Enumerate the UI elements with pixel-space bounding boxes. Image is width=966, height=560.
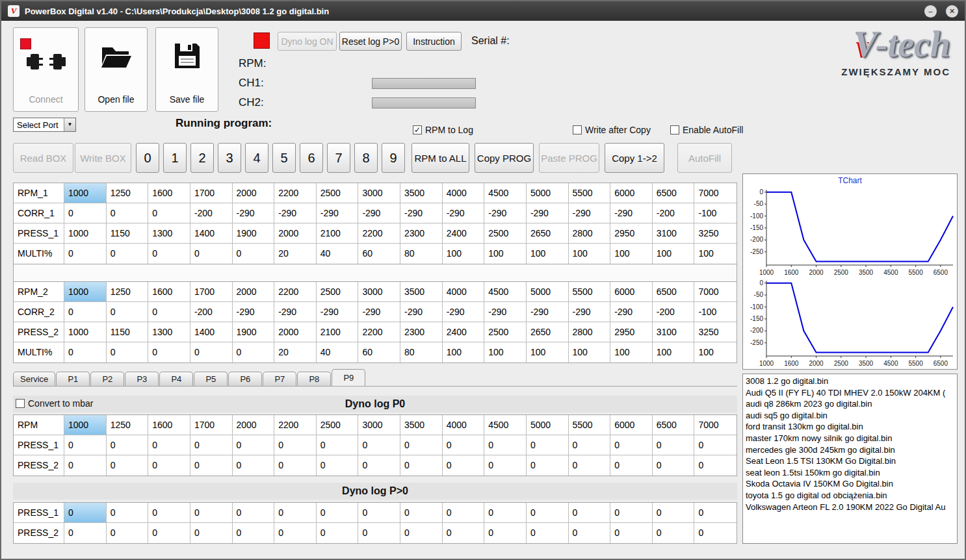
table-cell[interactable]: 0: [443, 503, 485, 523]
table-cell[interactable]: 0: [148, 455, 190, 476]
table-cell[interactable]: 1000: [64, 183, 107, 203]
table-cell[interactable]: 3000: [358, 183, 400, 203]
table-cell[interactable]: 5000: [527, 183, 569, 203]
table-cell[interactable]: 2500: [317, 282, 359, 302]
table-cell[interactable]: 60: [358, 342, 400, 363]
table-cell[interactable]: 80: [400, 342, 443, 363]
table-cell[interactable]: 0: [443, 455, 485, 476]
table-cell[interactable]: -100: [694, 203, 737, 223]
table-cell[interactable]: 100: [527, 244, 569, 264]
table-cell[interactable]: 0: [317, 523, 359, 543]
table-cell[interactable]: 2650: [527, 322, 569, 342]
table-cell[interactable]: 2500: [317, 415, 359, 435]
table-cell[interactable]: 0: [694, 455, 737, 476]
minimize-button[interactable]: –: [924, 5, 937, 18]
table-cell[interactable]: 0: [317, 435, 359, 455]
table-cell[interactable]: -290: [527, 302, 569, 322]
table-cell[interactable]: 0: [610, 503, 653, 523]
table-cell[interactable]: 7000: [694, 183, 737, 203]
table-cell[interactable]: 100: [527, 342, 569, 363]
digit-button-8[interactable]: 8: [354, 143, 378, 173]
digit-button-7[interactable]: 7: [327, 143, 350, 173]
table-cell[interactable]: 1600: [148, 282, 190, 302]
table-cell[interactable]: 0: [400, 455, 443, 476]
table-cell[interactable]: 0: [148, 523, 190, 543]
file-list-item[interactable]: mercedes gle 300d 245km go digital.bin: [743, 444, 957, 456]
table-cell[interactable]: 0: [484, 455, 527, 476]
file-list-item[interactable]: audi q8 286km 2023 go digital.bin: [743, 398, 957, 410]
file-list-item[interactable]: audi sq5 go digital.bin: [743, 410, 957, 422]
convert-to-mbar-checkbox[interactable]: Convert to mbar: [16, 398, 93, 409]
table-cell[interactable]: 100: [443, 342, 485, 363]
table-cell[interactable]: 5500: [569, 282, 611, 302]
tab-p6[interactable]: P6: [228, 372, 262, 386]
table-cell[interactable]: 4000: [443, 282, 485, 302]
table-cell[interactable]: 0: [527, 523, 569, 543]
table-cell[interactable]: 0: [569, 435, 611, 455]
file-list-item[interactable]: 3008 1.2 go digital.bin: [743, 375, 957, 387]
table-cell[interactable]: 5000: [527, 415, 569, 435]
table-cell[interactable]: 6000: [610, 282, 653, 302]
table-cell[interactable]: 0: [527, 455, 569, 476]
table-cell[interactable]: 2100: [317, 223, 359, 244]
table-cell[interactable]: 40: [317, 244, 359, 264]
table-cell[interactable]: -290: [400, 302, 443, 322]
table-cell[interactable]: 0: [694, 503, 737, 523]
table-cell[interactable]: -290: [443, 302, 485, 322]
select-port-dropdown[interactable]: Select Port ▼: [13, 118, 76, 132]
table-cell[interactable]: 1250: [107, 415, 149, 435]
reset-log-button[interactable]: Reset log P>0: [339, 32, 402, 51]
table-cell[interactable]: 2500: [317, 183, 359, 203]
table-cell[interactable]: 100: [694, 342, 737, 363]
table-cell[interactable]: 2800: [569, 223, 611, 244]
table-cell[interactable]: 0: [527, 503, 569, 523]
enable-autofill-checkbox[interactable]: Enable AutoFill: [670, 125, 743, 135]
table-cell[interactable]: 0: [64, 203, 107, 223]
table-cell[interactable]: 0: [107, 523, 149, 543]
table-cell[interactable]: 0: [694, 523, 737, 543]
table-cell[interactable]: 4000: [443, 183, 485, 203]
tab-p5[interactable]: P5: [194, 372, 228, 386]
rpm-to-all-button[interactable]: RPM to ALL: [411, 143, 469, 173]
table-cell[interactable]: 0: [64, 523, 107, 543]
table-cell[interactable]: 100: [694, 244, 737, 264]
table-cell[interactable]: 0: [274, 435, 317, 455]
table-cell[interactable]: 0: [653, 455, 695, 476]
table-cell[interactable]: 1250: [107, 183, 149, 203]
table-cell[interactable]: 0: [107, 342, 149, 363]
table-cell[interactable]: 0: [190, 455, 233, 476]
table-cell[interactable]: 60: [358, 244, 400, 264]
table-cell[interactable]: 0: [610, 455, 653, 476]
table-cell[interactable]: 40: [317, 342, 359, 363]
table-cell[interactable]: 0: [610, 435, 653, 455]
table-cell[interactable]: 6500: [653, 282, 695, 302]
table-cell[interactable]: 2200: [358, 322, 400, 342]
table-cell[interactable]: -290: [610, 203, 653, 223]
close-button[interactable]: ✕: [946, 5, 958, 18]
table-cell[interactable]: 100: [484, 342, 527, 363]
table-cell[interactable]: 0: [64, 342, 107, 363]
table-cell[interactable]: 0: [400, 523, 443, 543]
table-cell[interactable]: 0: [190, 503, 233, 523]
open-file-button[interactable]: Open file: [85, 27, 148, 112]
table-cell[interactable]: 0: [569, 503, 611, 523]
table-cell[interactable]: 5500: [569, 415, 611, 435]
table-cell[interactable]: 4000: [443, 415, 485, 435]
table-cell[interactable]: 100: [484, 244, 527, 264]
table-cell[interactable]: 0: [190, 523, 233, 543]
table-cell[interactable]: 1150: [107, 223, 149, 244]
table-cell[interactable]: 0: [107, 302, 149, 322]
table-cell[interactable]: 0: [443, 435, 485, 455]
file-list-item[interactable]: toyota 1.5 go digital od obciążenia.bin: [743, 490, 957, 502]
table-cell[interactable]: 2500: [484, 322, 527, 342]
table-cell[interactable]: 6000: [610, 183, 653, 203]
table-cell[interactable]: 3100: [653, 223, 695, 244]
table-cell[interactable]: 0: [107, 203, 149, 223]
table-cell[interactable]: 0: [233, 523, 275, 543]
file-list-item[interactable]: Audi Q5 II (FY FL) 40 TDI MHEV 2.0 150kW…: [743, 387, 957, 399]
table-cell[interactable]: 20: [274, 244, 317, 264]
table-cell[interactable]: 1000: [64, 282, 107, 302]
table-cell[interactable]: 1700: [190, 282, 233, 302]
table-cell[interactable]: 3100: [653, 322, 695, 342]
table-cell[interactable]: -290: [527, 203, 569, 223]
